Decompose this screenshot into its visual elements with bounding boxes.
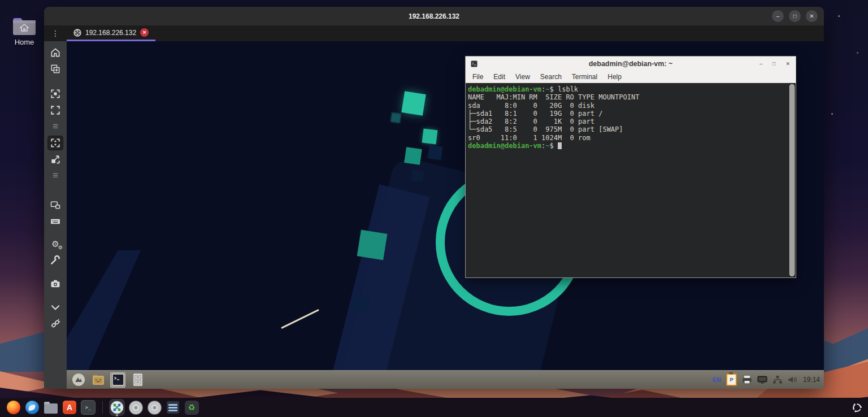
keyboard-layout-indicator[interactable]: EN [713, 376, 721, 383]
menu-edit[interactable]: Edit [488, 73, 510, 81]
network-icon[interactable] [772, 375, 783, 384]
terminal-close-button[interactable]: ✕ [785, 61, 790, 67]
camera-icon [50, 278, 61, 289]
new-connection-button[interactable] [47, 62, 63, 76]
dock-app-a-icon[interactable]: A [62, 399, 77, 416]
maximize-button[interactable]: □ [789, 10, 801, 22]
toolbar-menu-button[interactable]: ≡ [47, 119, 63, 134]
vm-wallpaper-cube [357, 230, 388, 260]
new-connection-icon [50, 63, 61, 75]
remmina-window: 192.168.226.132 – □ ✕ ⋮ 192.168.226.132 … [44, 7, 824, 389]
vm-wallpaper-cube [390, 112, 401, 123]
ubuntu-logo-icon[interactable] [852, 402, 862, 413]
home-button[interactable] [47, 45, 63, 60]
fullscreen-icon [50, 105, 61, 116]
terminal-prompt-line: debadmin@debian-vm:~$ [468, 142, 787, 150]
terminal-maximize-button[interactable]: □ [772, 61, 775, 67]
display-icon[interactable] [757, 376, 767, 384]
dock: A >_ ♻ [6, 399, 199, 416]
printer-icon[interactable] [742, 375, 752, 384]
vm-wallpaper-line [281, 309, 319, 329]
terminal-titlebar[interactable]: debadmin@debian-vm: ~ – □ ✕ [466, 57, 796, 71]
terminal-window-controls: – □ ✕ [760, 57, 790, 71]
terminal-menubar: File Edit View Search Terminal Help [466, 71, 796, 83]
tab-strip: ⋮ 192.168.226.132 ✕ [44, 25, 824, 41]
host-taskbar: A >_ ♻ [0, 398, 868, 417]
multi-monitor-icon [50, 199, 61, 211]
desktop-home-folder[interactable]: Home [8, 17, 40, 46]
home-folder-icon [12, 17, 37, 36]
home-icon [50, 47, 61, 58]
keyboard-grab-button[interactable] [47, 214, 63, 229]
terminal-output-line: ├─sda1 8:1 0 19G 0 part / [468, 110, 787, 118]
terminal-prompt-line: debadmin@debian-vm:~$ lsblk [468, 85, 787, 93]
vm-wallpaper-shape [67, 250, 166, 389]
terminal-output-line: ├─sda2 8:2 0 1K 0 part [468, 118, 787, 125]
dock-drive-icon[interactable] [165, 399, 181, 416]
terminal-window[interactable]: debadmin@debian-vm: ~ – □ ✕ File Edit Vi… [465, 56, 796, 278]
fullscreen-window-icon [50, 88, 61, 99]
menu-help[interactable]: Help [602, 73, 627, 81]
vm-taskbar-apps [71, 372, 145, 388]
dock-files-icon[interactable] [43, 399, 59, 416]
vm-wallpaper-cube [422, 129, 438, 145]
star-dot [831, 113, 833, 115]
disconnect-button[interactable] [47, 316, 63, 331]
window-body: ≡ ≡ [44, 41, 824, 389]
dock-separator [102, 401, 103, 414]
clipboard-manager-icon[interactable]: P [726, 373, 737, 386]
connection-tab[interactable]: 192.168.226.132 ✕ [67, 25, 155, 41]
collapse-toolbar-button[interactable] [47, 300, 63, 315]
volume-icon[interactable] [788, 375, 798, 384]
screenshot-button[interactable] [47, 276, 63, 291]
tab-close-icon[interactable]: ✕ [140, 28, 149, 37]
tab-label: 192.168.226.132 [85, 29, 136, 37]
dock-trash-icon[interactable]: ♻ [184, 399, 199, 416]
vm-terminal-icon[interactable] [110, 372, 125, 388]
menu-terminal[interactable]: Terminal [567, 73, 602, 81]
broken-link-icon [50, 318, 61, 329]
scaled-mode-button[interactable] [47, 152, 63, 167]
dock-remmina-icon[interactable] [109, 399, 125, 416]
fullscreen-window-button[interactable] [47, 86, 63, 101]
star-dot [838, 15, 840, 17]
gears-icon: ⚙ ⚙ [51, 240, 59, 248]
menu-view[interactable]: View [510, 73, 535, 81]
menu-search[interactable]: Search [535, 73, 567, 81]
terminal-content[interactable]: debadmin@debian-vm:~$ lsblk NAME MAJ:MIN… [466, 83, 796, 277]
typed-command: lsblk [558, 85, 578, 93]
vm-applications-menu-icon[interactable] [71, 372, 86, 388]
menu-file[interactable]: File [467, 73, 488, 81]
remmina-titlebar[interactable]: 192.168.226.132 – □ ✕ [44, 7, 824, 25]
toolbar-menu-button-2[interactable]: ≡ [47, 168, 63, 183]
dock-disc-icon-2[interactable] [146, 399, 162, 416]
preferences-button[interactable]: ⚙ ⚙ [47, 236, 63, 251]
vm-file-manager-icon[interactable] [90, 372, 106, 388]
terminal-output-line: └─sda5 8:5 0 975M 0 part [SWAP] [468, 125, 787, 133]
terminal-scrollbar[interactable] [789, 84, 795, 276]
terminal-cursor [558, 142, 562, 149]
vm-system-tray: EN P [713, 373, 820, 386]
vm-file-cabinet-icon[interactable] [130, 372, 145, 388]
terminal-minimize-button[interactable]: – [760, 61, 762, 67]
keyboard-icon [50, 216, 61, 227]
terminal-title: debadmin@debian-vm: ~ [466, 60, 796, 68]
dock-terminal-icon[interactable]: >_ [80, 399, 96, 416]
scrollbar-thumb[interactable] [790, 85, 794, 276]
tools-button[interactable] [47, 253, 63, 267]
minimize-button[interactable]: – [772, 10, 784, 22]
multi-monitor-button[interactable] [47, 198, 63, 212]
terminal-output-line: sr0 11:0 1 1024M 0 rom [468, 134, 787, 142]
close-button[interactable]: ✕ [806, 10, 818, 22]
vm-wallpaper-cube [411, 170, 424, 183]
dock-firefox-icon[interactable] [6, 399, 21, 416]
terminal-output-line: sda 8:0 0 20G 0 disk [468, 102, 787, 110]
dock-disc-icon[interactable] [128, 399, 144, 416]
toggle-fullscreen-button[interactable] [47, 103, 63, 118]
remote-desktop-viewport[interactable]: debadmin@debian-vm: ~ – □ ✕ File Edit Vi… [67, 41, 824, 389]
terminal-window-icon [471, 60, 478, 67]
vm-clock[interactable]: 19:14 [803, 376, 820, 384]
dynamic-resolution-button[interactable] [47, 136, 63, 150]
kebab-menu-icon[interactable]: ⋮ [44, 25, 67, 41]
dock-thunderbird-icon[interactable] [24, 399, 40, 416]
